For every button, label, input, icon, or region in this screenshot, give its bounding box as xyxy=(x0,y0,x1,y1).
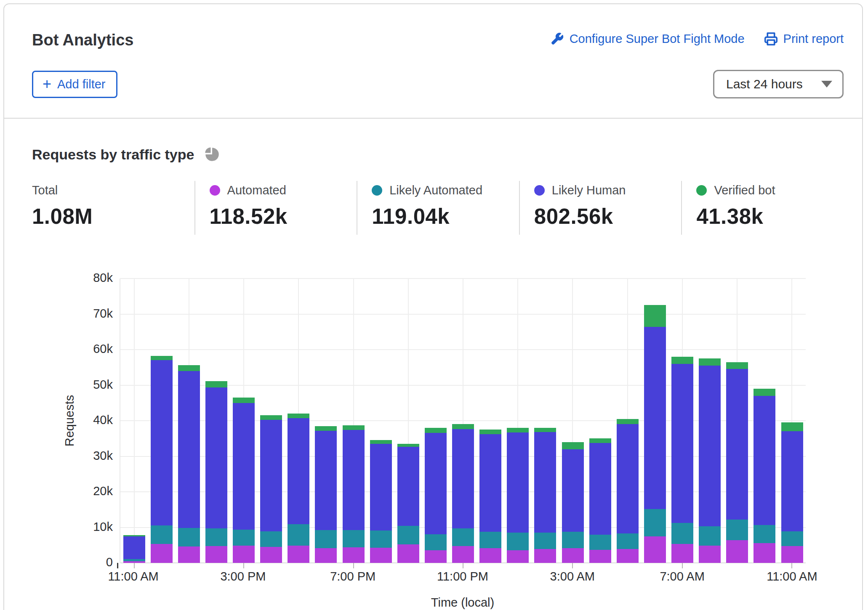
bar-slot xyxy=(230,278,258,563)
stacked-bar-5-00-pm xyxy=(288,414,309,563)
stat-value: 1.08M xyxy=(32,204,190,229)
segment-automated xyxy=(178,546,200,563)
bar-slot xyxy=(340,278,367,563)
configure-super-bot-fight-mode-link[interactable]: Configure Super Bot Fight Mode xyxy=(550,32,745,46)
stacked-bar-3-00-pm xyxy=(233,398,255,563)
bar-slot xyxy=(367,278,394,563)
segment-verified-bot xyxy=(562,442,584,449)
segment-likely-human xyxy=(425,433,447,535)
segment-verified-bot xyxy=(507,428,529,432)
segment-verified-bot xyxy=(479,430,501,434)
legend-dot xyxy=(534,185,545,196)
segment-likely-automated xyxy=(397,526,419,544)
bar-slot xyxy=(202,278,230,563)
stacked-bar-9-00-pm xyxy=(397,444,419,563)
segment-verified-bot xyxy=(233,398,255,403)
segment-verified-bot xyxy=(370,440,392,443)
stacked-bar-12-00-am xyxy=(479,430,501,563)
segment-automated xyxy=(425,550,447,563)
bar-slot xyxy=(394,278,422,563)
segment-likely-automated xyxy=(260,531,282,547)
x-tick-label: 11:00 AM xyxy=(108,570,158,583)
requests-chart: Requests 010k20k30k40k50k60k70k80k 11:00… xyxy=(60,278,806,610)
y-axis-title: Requests xyxy=(63,395,77,447)
segment-likely-human xyxy=(699,366,721,526)
stacked-bar-2-00-am xyxy=(534,428,556,563)
segment-likely-human xyxy=(343,430,365,530)
stacked-bar-8-00-pm xyxy=(370,440,392,563)
section-title: Requests by traffic type xyxy=(32,146,194,163)
y-tick-label: 40k xyxy=(93,413,113,427)
x-tick-label: 11:00 AM xyxy=(767,570,817,583)
requests-section: Requests by traffic type Total1.08MAutom… xyxy=(4,119,862,610)
bar-slot xyxy=(504,278,532,563)
segment-verified-bot xyxy=(288,414,309,418)
bar-slot xyxy=(751,278,778,563)
y-tick-label: 80k xyxy=(93,271,113,285)
segment-verified-bot xyxy=(534,428,556,432)
segment-automated xyxy=(397,544,419,563)
segment-likely-automated xyxy=(644,509,666,536)
segment-automated xyxy=(288,546,309,563)
segment-automated xyxy=(233,546,255,563)
x-tick-label: 7:00 PM xyxy=(330,570,375,583)
stacked-bar-8-00-am xyxy=(699,358,721,563)
stacked-bar-11-00-am xyxy=(123,535,145,563)
x-tick-label: 7:00 AM xyxy=(660,570,704,583)
bar-slot xyxy=(312,278,340,563)
stacked-bar-12-00-pm xyxy=(151,356,173,563)
stacked-bar-4-00-pm xyxy=(260,415,282,563)
segment-likely-automated xyxy=(589,535,611,549)
y-tick-label: 0 xyxy=(106,555,113,569)
segment-verified-bot xyxy=(397,444,419,447)
time-range-select[interactable]: Last 24 hours xyxy=(713,70,844,98)
add-filter-button[interactable]: + Add filter xyxy=(32,71,117,98)
stat-value: 118.52k xyxy=(210,204,353,229)
bar-slot xyxy=(477,278,504,563)
segment-verified-bot xyxy=(699,358,721,366)
segment-automated xyxy=(671,544,693,563)
y-tick-label: 50k xyxy=(93,378,113,392)
stat-label: Likely Automated xyxy=(389,183,482,197)
stacked-bar-10-00-am xyxy=(754,389,775,563)
time-range-value: Last 24 hours xyxy=(726,77,803,91)
stacked-bar-5-00-am xyxy=(617,419,639,563)
segment-automated xyxy=(534,549,556,563)
segment-likely-automated xyxy=(699,526,721,546)
segment-likely-automated xyxy=(205,528,227,546)
segment-verified-bot xyxy=(178,365,200,371)
segment-likely-human xyxy=(205,387,227,528)
bars-layer xyxy=(120,278,806,563)
segment-likely-human xyxy=(479,434,501,532)
segment-likely-human xyxy=(781,431,803,531)
segment-likely-human xyxy=(671,364,693,523)
segment-automated xyxy=(370,548,392,563)
stat-automated: Automated118.52k xyxy=(194,181,357,235)
segment-automated xyxy=(562,548,584,563)
stat-likely-automated: Likely Automated119.04k xyxy=(357,181,519,235)
segment-likely-human xyxy=(233,403,255,530)
segment-likely-automated xyxy=(452,528,474,546)
x-axis-tick xyxy=(243,563,244,568)
traffic-type-stats: Total1.08MAutomated118.52kLikely Automat… xyxy=(32,181,844,235)
segment-likely-automated xyxy=(671,523,693,544)
stacked-bar-6-00-pm xyxy=(315,426,337,563)
configure-link-label: Configure Super Bot Fight Mode xyxy=(570,32,745,46)
segment-automated xyxy=(507,550,529,563)
segment-likely-human xyxy=(562,449,584,532)
stat-value: 802.56k xyxy=(534,204,677,229)
wrench-icon xyxy=(550,32,564,46)
print-report-link[interactable]: Print report xyxy=(764,32,844,46)
bar-slot xyxy=(778,278,806,563)
segment-likely-human xyxy=(726,369,748,519)
bar-slot xyxy=(120,278,148,563)
stat-verified-bot: Verified bot41.38k xyxy=(681,181,844,235)
segment-verified-bot xyxy=(205,381,227,387)
segment-likely-human xyxy=(288,418,309,524)
y-tick-label: 10k xyxy=(93,520,113,534)
segment-automated xyxy=(589,550,611,563)
segment-verified-bot xyxy=(644,305,666,327)
print-link-label: Print report xyxy=(783,32,844,46)
segment-automated xyxy=(343,547,365,563)
stacked-bar-6-00-am xyxy=(644,305,666,563)
